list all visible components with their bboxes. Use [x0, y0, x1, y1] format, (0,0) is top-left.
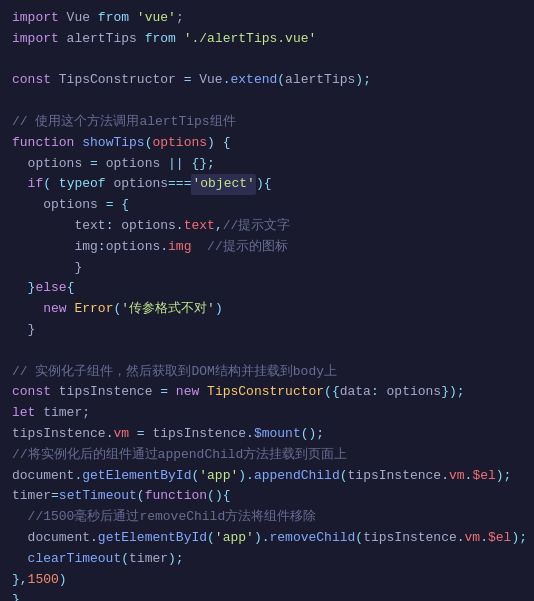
token: options — [379, 382, 441, 403]
token — [176, 29, 184, 50]
token: ( — [207, 528, 215, 549]
token: $mount — [254, 424, 301, 445]
token: Vue — [59, 8, 98, 29]
token: ( — [340, 466, 348, 487]
token: ) { — [207, 133, 230, 154]
token: 'object' — [191, 174, 255, 195]
token: img — [12, 237, 98, 258]
token: , — [215, 216, 223, 237]
token: } — [12, 590, 20, 601]
token: import — [12, 8, 59, 29]
token: clearTimeout — [28, 549, 122, 570]
token: $el — [472, 466, 495, 487]
token — [129, 8, 137, 29]
code-line-22: //将实例化后的组件通过appendChild方法挂载到页面上 — [0, 445, 534, 466]
token: ) — [59, 570, 67, 591]
token: } — [12, 320, 35, 341]
token: setTimeout — [59, 486, 137, 507]
token: { — [67, 278, 75, 299]
code-line-12: img : options . img //提示的图标 — [0, 237, 534, 258]
code-line-28: }, 1500 ) — [0, 570, 534, 591]
token: img — [168, 237, 191, 258]
token: 'app' — [215, 528, 254, 549]
token — [12, 174, 28, 195]
code-line-9: if ( typeof options === 'object' ){ — [0, 174, 534, 195]
token: }); — [441, 382, 464, 403]
code-line-6: // 使用这个方法调用alertTips组件 — [0, 112, 534, 133]
token: extend — [230, 70, 277, 91]
code-editor: import Vue from 'vue' ; import alertTips… — [0, 0, 534, 601]
token: // 实例化子组件，然后获取到DOM结构并挂载到body上 — [12, 362, 337, 383]
token: options — [106, 174, 168, 195]
token — [199, 382, 207, 403]
token: from — [98, 8, 129, 29]
token: options — [106, 237, 161, 258]
token: tipsInstence — [12, 424, 106, 445]
code-line-8: options = options || {}; — [0, 154, 534, 175]
code-line-11: text : options . text , //提示文字 — [0, 216, 534, 237]
token: // 使用这个方法调用alertTips组件 — [12, 112, 236, 133]
token: tipsInstence — [145, 424, 246, 445]
token: = — [51, 486, 59, 507]
code-line-26: document . getElementById ( 'app' ). rem… — [0, 528, 534, 549]
token: ( — [191, 466, 199, 487]
token: '传参格式不对' — [121, 299, 215, 320]
code-line-1: import Vue from 'vue' ; — [0, 8, 534, 29]
token: showTips — [82, 133, 144, 154]
token: vm — [113, 424, 129, 445]
token: = — [184, 70, 192, 91]
token — [184, 154, 192, 175]
token: removeChild — [269, 528, 355, 549]
token: = — [160, 382, 168, 403]
token: //将实例化后的组件通过appendChild方法挂载到页面上 — [12, 445, 347, 466]
token: ){ — [256, 174, 272, 195]
code-line-24: timer = setTimeout ( function (){ — [0, 486, 534, 507]
token: . — [74, 466, 82, 487]
token: {}; — [191, 154, 214, 175]
token: }, — [12, 570, 28, 591]
token: } — [28, 278, 36, 299]
token: alertTips — [59, 29, 145, 50]
token: . — [480, 528, 488, 549]
token: : — [371, 382, 379, 403]
token: ); — [168, 549, 184, 570]
token: . — [457, 528, 465, 549]
token: ( — [121, 549, 129, 570]
token: === — [168, 174, 191, 195]
token: = { — [106, 195, 129, 216]
token: getElementById — [82, 466, 191, 487]
token: = — [90, 154, 98, 175]
token — [12, 278, 28, 299]
code-line-7: function showTips ( options ) { — [0, 133, 534, 154]
token: data — [340, 382, 371, 403]
token: new — [168, 382, 199, 403]
token: options — [113, 216, 175, 237]
token: . — [246, 424, 254, 445]
token: from — [145, 29, 176, 50]
code-line-5 — [0, 91, 534, 112]
token: ( — [113, 299, 121, 320]
token: vm — [449, 466, 465, 487]
token: ( — [137, 486, 145, 507]
token — [74, 133, 82, 154]
token: . — [223, 70, 231, 91]
token — [67, 299, 75, 320]
code-line-19: const tipsInstence = new TipsConstructor… — [0, 382, 534, 403]
token: ({ — [324, 382, 340, 403]
token: alertTips — [285, 70, 355, 91]
token: if — [28, 174, 44, 195]
token: timer — [129, 549, 168, 570]
token: } — [12, 258, 82, 279]
token: TipsConstructor — [207, 382, 324, 403]
token: : — [106, 216, 114, 237]
token: //提示的图标 — [207, 237, 288, 258]
token: . — [160, 237, 168, 258]
token: 1500 — [28, 570, 59, 591]
token: = — [129, 424, 145, 445]
token: ) — [215, 299, 223, 320]
token — [12, 549, 28, 570]
token: ( — [355, 528, 363, 549]
token: ). — [238, 466, 254, 487]
token: ( — [145, 133, 153, 154]
token: . — [106, 424, 114, 445]
